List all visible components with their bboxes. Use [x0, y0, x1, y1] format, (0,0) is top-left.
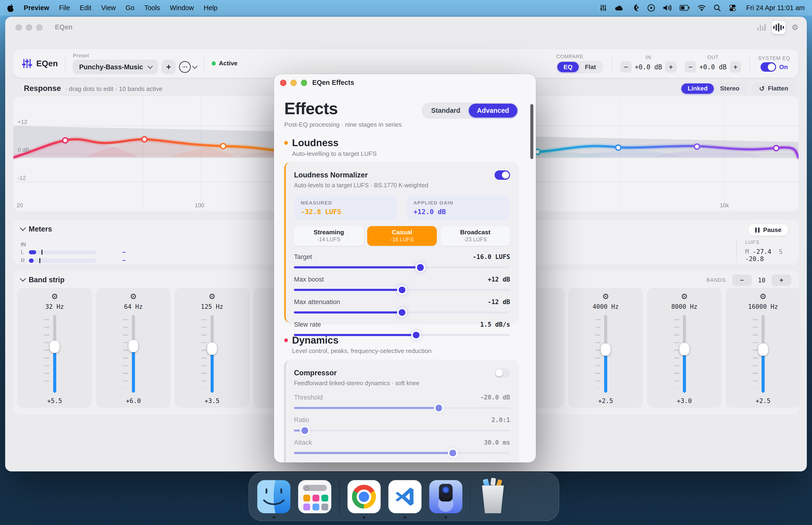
ellipsis-icon: [179, 61, 191, 73]
menu-clock[interactable]: Fri 24 Apr 11:01 am: [746, 4, 805, 12]
max-attenuation-slider[interactable]: [294, 311, 510, 314]
dock-item-launchpad[interactable]: [298, 480, 331, 513]
pause-label: Pause: [763, 226, 781, 234]
dock-item-trash[interactable]: [478, 480, 507, 513]
band-gain-slider[interactable]: [43, 315, 66, 393]
band-gear-icon[interactable]: ⚙: [681, 292, 688, 300]
modal-window-title: EQen Effects: [312, 79, 354, 87]
preset-lufs: -23 LUFS: [441, 236, 510, 243]
preset-select[interactable]: Punchy-Bass-Music: [73, 60, 158, 74]
menu-item-tools[interactable]: Tools: [144, 4, 160, 12]
band-strip-header[interactable]: Band strip: [21, 276, 64, 284]
normalizer-subtitle: Auto-levels to a target LUFS · BS.1770 K…: [294, 182, 510, 189]
slider-value: -20.0 dB: [480, 394, 510, 401]
in-gain-increase-button[interactable]: +: [665, 61, 676, 73]
battery-icon[interactable]: [679, 5, 690, 11]
modal-zoom-button[interactable]: [301, 80, 307, 86]
band-gear-icon[interactable]: ⚙: [602, 292, 609, 300]
band-gain-slider[interactable]: [594, 315, 617, 393]
menu-item-edit[interactable]: Edit: [80, 4, 91, 12]
menu-item-view[interactable]: View: [101, 4, 116, 12]
band-gain-slider[interactable]: [673, 315, 696, 393]
max-boost-slider[interactable]: [294, 289, 510, 291]
band-gain-slider[interactable]: [201, 315, 224, 393]
ratio-slider[interactable]: [294, 430, 510, 432]
modal-close-button[interactable]: [280, 80, 286, 86]
band-gain-slider[interactable]: [752, 315, 775, 393]
levels-icon[interactable]: [757, 24, 766, 31]
launchpad-icon: [298, 480, 331, 513]
applied-gain-value: +12.0 dB: [414, 208, 504, 216]
modal-scrollbar[interactable]: [530, 104, 533, 159]
trash-scrap: [491, 478, 496, 485]
flatten-button[interactable]: ↺ Flatten: [752, 82, 796, 95]
dock-item-audio-app[interactable]: [429, 480, 462, 513]
band-gear-icon[interactable]: ⚙: [209, 292, 216, 300]
pause-icon: [755, 227, 760, 232]
in-gain-decrease-button[interactable]: −: [620, 61, 631, 73]
threshold-slider[interactable]: [294, 407, 510, 409]
play-circle-icon[interactable]: [647, 4, 655, 12]
dock-item-vscode[interactable]: [388, 480, 422, 513]
waveform-icon[interactable]: [772, 21, 785, 34]
stereo-mode-button[interactable]: Stereo: [714, 84, 746, 94]
preset-label: Preset: [73, 52, 197, 59]
volume-icon[interactable]: [663, 4, 672, 12]
menu-item-go[interactable]: Go: [125, 4, 134, 12]
band-gear-icon[interactable]: ⚙: [760, 292, 767, 300]
modal-minimize-button[interactable]: [290, 80, 296, 86]
dock-item-chrome[interactable]: [348, 480, 381, 513]
settings-gear-icon[interactable]: ⚙: [792, 24, 799, 31]
chevron-down-icon: [147, 63, 153, 69]
slider-label: Ratio: [294, 416, 309, 424]
out-gain-decrease-button[interactable]: −: [685, 61, 696, 73]
remove-band-button[interactable]: −: [732, 274, 752, 286]
search-icon[interactable]: [714, 4, 721, 12]
target-slider[interactable]: [294, 266, 510, 268]
vscode-icon: [388, 480, 422, 513]
active-status-dot: [212, 61, 216, 65]
attack-slider[interactable]: [294, 452, 510, 454]
wifi-icon[interactable]: [698, 4, 706, 11]
more-actions-button[interactable]: [179, 61, 197, 73]
band-gear-icon[interactable]: ⚙: [130, 292, 137, 300]
pause-meters-button[interactable]: Pause: [748, 224, 788, 236]
compressor-toggle[interactable]: [494, 368, 510, 378]
band-gain-slider[interactable]: [122, 315, 145, 393]
preset-casual-button[interactable]: Casual -16 LUFS: [367, 226, 437, 246]
normalizer-toggle[interactable]: [494, 170, 510, 180]
reset-icon: ↺: [759, 85, 765, 93]
chevron-down-icon: [192, 63, 197, 69]
menu-app-name[interactable]: Preview: [24, 4, 49, 12]
dock-item-finder[interactable]: [257, 480, 290, 513]
control-center-icon[interactable]: [729, 4, 736, 12]
x-tick-100: 100: [195, 202, 204, 209]
meters-header[interactable]: Meters: [21, 225, 52, 234]
tab-advanced[interactable]: Advanced: [469, 104, 517, 118]
out-gain-increase-button[interactable]: +: [730, 61, 741, 73]
cloud-icon[interactable]: [615, 4, 623, 12]
chevron-down-icon: [20, 225, 26, 231]
system-eq-toggle[interactable]: [761, 62, 776, 72]
tab-standard[interactable]: Standard: [423, 104, 469, 118]
equalizer-icon[interactable]: [600, 4, 607, 12]
menu-item-help[interactable]: Help: [204, 4, 218, 12]
zoom-button[interactable]: [36, 25, 42, 31]
minimize-button[interactable]: [26, 25, 32, 31]
linked-mode-button[interactable]: Linked: [681, 84, 714, 94]
close-button[interactable]: [16, 25, 21, 31]
add-preset-button[interactable]: +: [162, 60, 176, 74]
preset-streaming-button[interactable]: Streaming -14 LUFS: [294, 226, 364, 246]
menu-item-window[interactable]: Window: [170, 4, 194, 12]
moon-bluetooth-icon[interactable]: [631, 4, 640, 12]
band-gear-icon[interactable]: ⚙: [51, 292, 58, 300]
menu-item-file[interactable]: File: [59, 4, 70, 12]
toolbar: EQen Preset Punchy-Bass-Music +: [13, 49, 798, 77]
slider-label: Threshold: [294, 394, 323, 401]
compare-eq-button[interactable]: EQ: [557, 62, 579, 72]
divider: [750, 56, 750, 71]
add-band-button[interactable]: +: [771, 274, 791, 286]
compare-flat-button[interactable]: Flat: [579, 62, 602, 72]
preset-broadcast-button[interactable]: Broadcast -23 LUFS: [441, 226, 510, 246]
apple-menu-icon[interactable]: [7, 3, 14, 12]
